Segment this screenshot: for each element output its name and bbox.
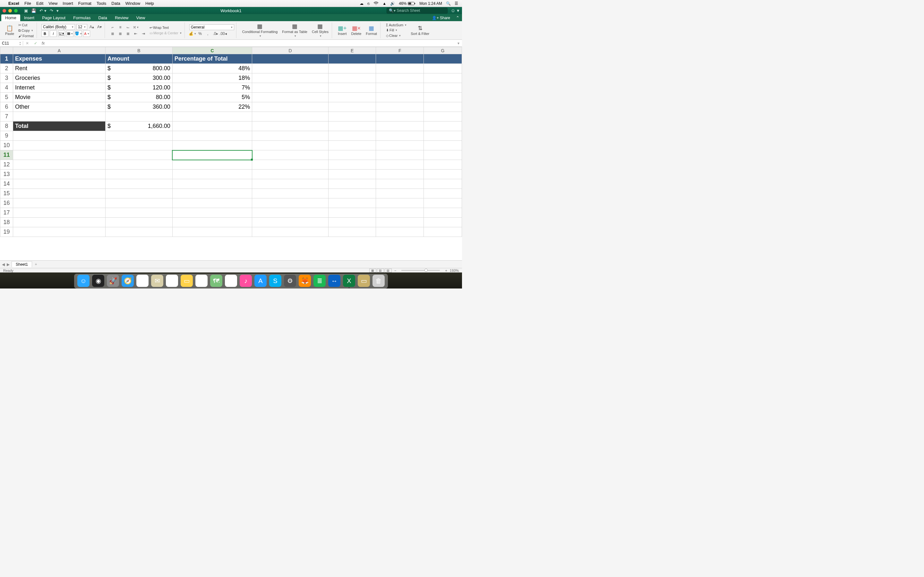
row-header-17[interactable]: 17	[0, 208, 13, 218]
cell-E13[interactable]	[328, 169, 376, 179]
col-header-A[interactable]: A	[13, 47, 105, 54]
increase-font-icon[interactable]: A▴	[89, 24, 95, 30]
menu-view[interactable]: View	[48, 1, 57, 6]
col-header-F[interactable]: F	[376, 47, 424, 54]
dock-reminders-icon[interactable]: ☑	[195, 275, 208, 287]
bold-button[interactable]: B	[41, 31, 48, 37]
cell-G18[interactable]	[424, 218, 462, 227]
cell-G11[interactable]	[424, 150, 462, 160]
cell-A17[interactable]	[13, 208, 105, 218]
cell-A16[interactable]	[13, 198, 105, 208]
minimize-window[interactable]	[8, 9, 12, 13]
cell-A5[interactable]: Movie	[13, 93, 105, 102]
dock-teamviewer-icon[interactable]: ↔	[328, 275, 341, 287]
align-bottom-icon[interactable]: ⌙	[125, 24, 131, 30]
row-header-3[interactable]: 3	[0, 73, 13, 83]
border-button[interactable]: ▦	[66, 31, 73, 37]
cell-F15[interactable]	[376, 189, 424, 198]
wrap-text-button[interactable]: ↩ Wrap Text	[149, 25, 183, 30]
cell-D6[interactable]	[252, 102, 328, 112]
row-header-10[interactable]: 10	[0, 141, 13, 150]
align-top-icon[interactable]: ⌐	[110, 24, 116, 30]
cell-G14[interactable]	[424, 179, 462, 189]
format-cells-button[interactable]: ▦Format	[365, 25, 378, 36]
font-name-select[interactable]: Calibri (Body)	[41, 24, 75, 30]
cell-D9[interactable]	[252, 131, 328, 141]
cell-F4[interactable]	[376, 83, 424, 93]
cell-E14[interactable]	[328, 179, 376, 189]
cell-E19[interactable]	[328, 227, 376, 237]
autosave-icon[interactable]: ▣	[24, 8, 28, 13]
row-header-11[interactable]: 11	[0, 150, 13, 160]
cell-G5[interactable]	[424, 93, 462, 102]
col-header-D[interactable]: D	[252, 47, 328, 54]
cell-F17[interactable]	[376, 208, 424, 218]
cell-B3[interactable]: $300.00	[105, 73, 172, 83]
cell-F6[interactable]	[376, 102, 424, 112]
cell-B6[interactable]: $360.00	[105, 102, 172, 112]
fill-color-button[interactable]: 🪣	[75, 31, 82, 37]
cell-D18[interactable]	[252, 218, 328, 227]
row-header-19[interactable]: 19	[0, 227, 13, 237]
cell-D11[interactable]	[252, 150, 328, 160]
cell-G19[interactable]	[424, 227, 462, 237]
cell-D19[interactable]	[252, 227, 328, 237]
tab-review[interactable]: Review	[111, 15, 132, 21]
cell-E4[interactable]	[328, 83, 376, 93]
decrease-font-icon[interactable]: A▾	[96, 24, 103, 30]
volume-icon[interactable]: 🔊	[390, 1, 395, 6]
cell-E10[interactable]	[328, 141, 376, 150]
dock-siri-icon[interactable]: ◉	[92, 275, 104, 287]
feedback-icon[interactable]: ☺ ▾	[451, 8, 459, 13]
cell-A2[interactable]: Rent	[13, 64, 105, 73]
fx-icon[interactable]: fx	[40, 41, 47, 45]
cell-G12[interactable]	[424, 160, 462, 169]
cell-C15[interactable]	[172, 189, 252, 198]
share-button[interactable]: 👤+ Share	[429, 15, 453, 21]
cell-E5[interactable]	[328, 93, 376, 102]
dock-launchpad-icon[interactable]: 🚀	[107, 275, 119, 287]
dock-firefox-icon[interactable]: 🦊	[299, 275, 311, 287]
italic-button[interactable]: I	[50, 31, 57, 37]
row-header-16[interactable]: 16	[0, 198, 13, 208]
cell-A15[interactable]	[13, 189, 105, 198]
cell-C19[interactable]	[172, 227, 252, 237]
number-format-select[interactable]: General	[189, 24, 234, 30]
dock-safari-icon[interactable]: 🧭	[121, 275, 134, 287]
col-header-E[interactable]: E	[328, 47, 376, 54]
cell-D1[interactable]	[252, 54, 328, 64]
cell-G17[interactable]	[424, 208, 462, 218]
cell-G4[interactable]	[424, 83, 462, 93]
cell-G1[interactable]	[424, 54, 462, 64]
autosum-button[interactable]: Σ AutoSum	[385, 23, 407, 27]
cell-E11[interactable]	[328, 150, 376, 160]
cell-C5[interactable]: 5%	[172, 93, 252, 102]
dock-spotify-icon[interactable]: ≣	[313, 275, 326, 287]
cell-C7[interactable]	[172, 112, 252, 121]
cell-A12[interactable]	[13, 160, 105, 169]
cell-A11[interactable]	[13, 150, 105, 160]
cell-F5[interactable]	[376, 93, 424, 102]
cell-A10[interactable]	[13, 141, 105, 150]
increase-decimal-icon[interactable]: .0▸	[212, 31, 219, 37]
dock-excel-icon[interactable]: X	[343, 275, 355, 287]
cell-F12[interactable]	[376, 160, 424, 169]
row-header-2[interactable]: 2	[0, 64, 13, 73]
dock-itunes-icon[interactable]: ♪	[240, 275, 252, 287]
cell-F7[interactable]	[376, 112, 424, 121]
menu-format[interactable]: Format	[78, 1, 91, 6]
tab-view[interactable]: View	[132, 15, 149, 21]
cell-B7[interactable]	[105, 112, 172, 121]
expand-formula-bar-icon[interactable]: ▾	[455, 41, 462, 45]
row-header-8[interactable]: 8	[0, 121, 13, 131]
save-icon[interactable]: 💾	[31, 8, 36, 13]
cell-E7[interactable]	[328, 112, 376, 121]
dock-chrome-icon[interactable]: ◎	[136, 275, 149, 287]
dock-maps-icon[interactable]: 🗺	[210, 275, 222, 287]
cell-F18[interactable]	[376, 218, 424, 227]
row-header-9[interactable]: 9	[0, 131, 13, 141]
cell-A18[interactable]	[13, 218, 105, 227]
row-header-5[interactable]: 5	[0, 93, 13, 102]
decrease-indent-icon[interactable]: ⇤	[132, 31, 139, 37]
cell-B18[interactable]	[105, 218, 172, 227]
